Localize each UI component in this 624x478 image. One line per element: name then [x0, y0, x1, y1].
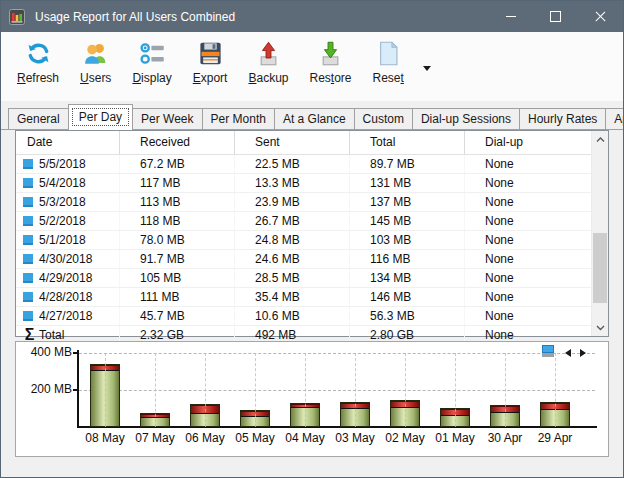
- label-mnemonic: U: [80, 71, 89, 85]
- label-post: isplay: [141, 71, 172, 85]
- total-cell: 131 MB: [349, 174, 464, 192]
- label-post: ackup: [256, 71, 288, 85]
- minimize-button[interactable]: [488, 1, 533, 32]
- backup-icon: [255, 40, 282, 67]
- date-cell: 5/4/2018: [16, 174, 119, 192]
- table-row[interactable]: 4/30/201891.7 MB24.6 MB116 MBNone: [16, 250, 608, 269]
- chart-scroll-right-arrow[interactable]: [580, 349, 586, 357]
- received-cell: 118 MB: [119, 212, 234, 230]
- table-row[interactable]: 5/3/2018113 MB23.9 MB137 MBNone: [16, 193, 608, 212]
- tab-hourly-rates[interactable]: Hourly Rates: [519, 108, 606, 129]
- column-header-received[interactable]: Received: [119, 131, 234, 154]
- x-axis-label: 02 May: [381, 431, 429, 445]
- tab-at-a-glance[interactable]: At a Glance: [274, 108, 355, 129]
- gridline-horizontal: [79, 390, 595, 391]
- tab-dial-up-sessions[interactable]: Dial-up Sessions: [412, 108, 520, 129]
- column-header-total[interactable]: Total: [349, 131, 464, 154]
- sent-cell: 23.9 MB: [234, 193, 349, 211]
- x-axis-label: 03 May: [331, 431, 379, 445]
- backup-button[interactable]: Backup: [240, 39, 296, 86]
- scroll-up-arrow[interactable]: [592, 131, 608, 148]
- x-axis-label: 08 May: [81, 431, 129, 445]
- chart-thumbnail-icon[interactable]: [540, 344, 556, 362]
- tab-general[interactable]: General: [8, 108, 69, 129]
- refresh-button[interactable]: Refresh: [9, 39, 67, 86]
- scrollbar-thumb[interactable]: [593, 233, 607, 303]
- table-row[interactable]: 4/28/2018111 MB35.4 MB146 MBNone: [16, 288, 608, 307]
- table-row[interactable]: 5/2/2018118 MB26.7 MB145 MBNone: [16, 212, 608, 231]
- toolbar-button-label: Display: [132, 71, 171, 85]
- total-cell: 134 MB: [349, 269, 464, 287]
- column-header-date[interactable]: Date: [16, 131, 119, 154]
- users-button[interactable]: Users: [72, 39, 119, 86]
- sent-cell: 24.6 MB: [234, 250, 349, 268]
- maximize-button[interactable]: [533, 1, 578, 32]
- chart-navigation: [540, 344, 586, 362]
- tab-per-week[interactable]: Per Week: [132, 108, 202, 129]
- chart-scroll-left-arrow[interactable]: [565, 349, 571, 357]
- x-axis-label: 06 May: [181, 431, 229, 445]
- column-header-dial-up[interactable]: Dial-up: [464, 131, 608, 154]
- label-post: efresh: [26, 71, 59, 85]
- close-button[interactable]: [578, 1, 623, 32]
- gridline-vertical: [555, 353, 556, 427]
- table-header-row: DateReceivedSentTotalDial-up: [16, 131, 608, 155]
- reset-button[interactable]: Reset: [365, 39, 412, 86]
- date-cell: 4/27/2018: [16, 307, 119, 325]
- day-icon: [23, 216, 33, 226]
- usage-chart-panel: 400 MB200 MB08 May07 May06 May05 May04 M…: [15, 341, 609, 457]
- label-mnemonic: D: [132, 71, 141, 85]
- refresh-icon: [25, 40, 52, 67]
- day-icon: [23, 178, 33, 188]
- date-text: 5/1/2018: [39, 231, 86, 249]
- app-window: Usage Report for All Users Combined Refr…: [0, 0, 624, 478]
- column-header-sent[interactable]: Sent: [234, 131, 349, 154]
- table-row[interactable]: 4/29/2018105 MB28.5 MB134 MBNone: [16, 269, 608, 288]
- restore-button[interactable]: Restore: [301, 39, 359, 86]
- dialup-cell: None: [464, 269, 608, 287]
- toolbar-overflow-button[interactable]: [419, 62, 435, 75]
- tab-per-day[interactable]: Per Day: [68, 104, 133, 130]
- table-row[interactable]: 4/27/201845.7 MB10.6 MB56.3 MBNone: [16, 307, 608, 326]
- scroll-down-arrow[interactable]: [592, 319, 608, 336]
- table-body: 5/5/201867.2 MB22.5 MB89.7 MBNone5/4/201…: [16, 155, 608, 344]
- received-cell: 105 MB: [119, 269, 234, 287]
- table-row[interactable]: 5/1/201878.0 MB24.8 MB103 MBNone: [16, 231, 608, 250]
- date-cell: 4/30/2018: [16, 250, 119, 268]
- x-axis-label: 07 May: [131, 431, 179, 445]
- day-icon: [23, 273, 33, 283]
- dialup-cell: None: [464, 307, 608, 325]
- total-cell: 146 MB: [349, 288, 464, 306]
- received-cell: 91.7 MB: [119, 250, 234, 268]
- table-row[interactable]: 5/5/201867.2 MB22.5 MB89.7 MBNone: [16, 155, 608, 174]
- total-cell: 89.7 MB: [349, 155, 464, 173]
- table-scrollbar[interactable]: [591, 131, 608, 336]
- total-cell: 145 MB: [349, 212, 464, 230]
- tab-custom[interactable]: Custom: [354, 108, 413, 129]
- title-bar[interactable]: Usage Report for All Users Combined: [1, 1, 623, 32]
- date-text: 5/3/2018: [39, 193, 86, 211]
- reset-icon: [375, 40, 402, 67]
- date-text: 4/28/2018: [39, 288, 92, 306]
- tab-applications[interactable]: Applications: [605, 108, 624, 129]
- label-post: ore: [334, 71, 351, 85]
- display-button[interactable]: Display: [124, 39, 179, 86]
- gridline-vertical: [405, 353, 406, 427]
- label-post: sers: [89, 71, 112, 85]
- usage-table-panel: DateReceivedSentTotalDial-up 5/5/201867.…: [15, 130, 609, 337]
- day-icon: [23, 292, 33, 302]
- total-cell: 103 MB: [349, 231, 464, 249]
- table-row[interactable]: 5/4/2018117 MB13.3 MB131 MBNone: [16, 174, 608, 193]
- received-cell: 111 MB: [119, 288, 234, 306]
- tab-per-month[interactable]: Per Month: [202, 108, 275, 129]
- y-axis-label: 400 MB: [16, 345, 72, 360]
- gridline-vertical: [255, 353, 256, 427]
- dialup-cell: None: [464, 288, 608, 306]
- toolbar-button-label: Backup: [248, 71, 288, 85]
- gridline-vertical: [305, 353, 306, 427]
- toolbar-button-label: Reset: [373, 71, 404, 85]
- label-pre: Res: [309, 71, 330, 85]
- date-cell: 5/1/2018: [16, 231, 119, 249]
- date-text: 5/2/2018: [39, 212, 86, 230]
- export-button[interactable]: Export: [185, 39, 236, 86]
